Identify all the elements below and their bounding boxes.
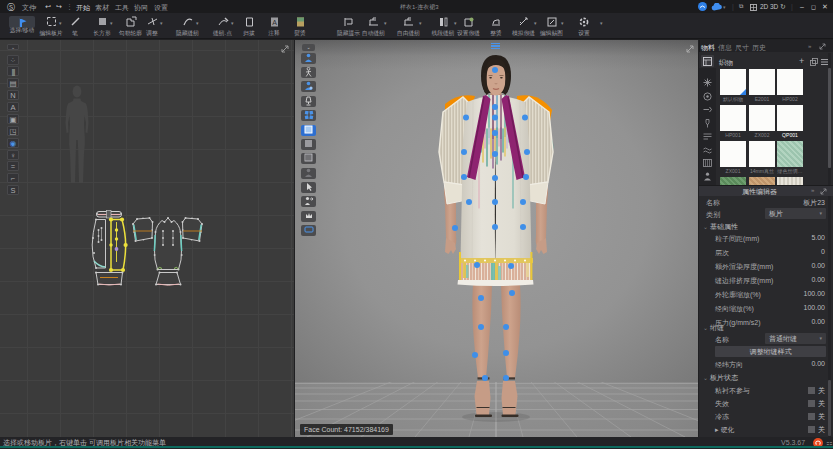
svg-text:A: A <box>272 19 277 26</box>
